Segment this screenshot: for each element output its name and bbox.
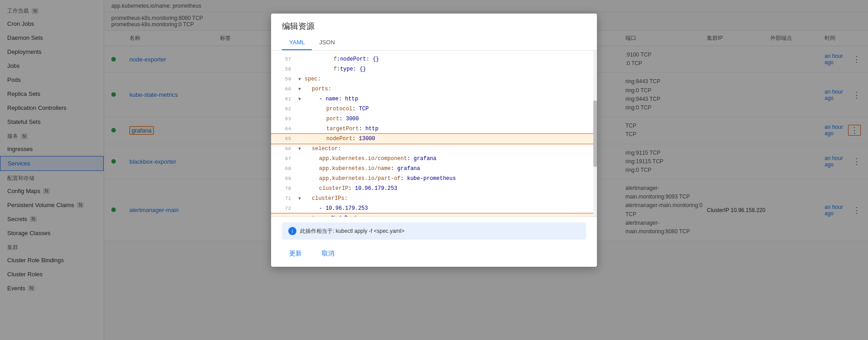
line-toggle[interactable]: ▼ <box>296 195 303 203</box>
code-content: targetPort: http <box>305 124 593 133</box>
line-toggle[interactable]: ▼ <box>296 85 303 93</box>
line-number: 65 <box>275 135 291 143</box>
app-layout: 工作负载NCron JobsDaemon SetsDeploymentsJobs… <box>0 0 868 340</box>
code-content: clusterIPs: <box>305 194 593 203</box>
code-line: 68app.kubernetes.io/name: grafana <box>271 164 597 174</box>
line-number: 67 <box>275 155 291 163</box>
code-line: 64targetPort: http <box>271 124 597 134</box>
code-line: 58f:type: {} <box>271 64 597 74</box>
code-content: type: NodePort <box>305 214 593 217</box>
code-line: 62protocol: TCP <box>271 104 597 114</box>
line-number: 72 <box>275 204 291 213</box>
edit-resource-modal: 编辑资源 YAML JSON 57f:nodePort: {}58f:type:… <box>271 14 597 267</box>
code-content: ports: <box>305 85 593 94</box>
line-toggle[interactable]: ▼ <box>296 95 303 103</box>
line-number: 60 <box>275 85 291 94</box>
cancel-button[interactable]: 取消 <box>315 246 342 261</box>
modal-title: 编辑资源 <box>271 14 597 35</box>
line-number: 68 <box>275 165 291 173</box>
code-line: 69app.kubernetes.io/part-of: kube-promet… <box>271 174 597 184</box>
code-line: 65nodePort: 13000 <box>271 134 597 144</box>
line-toggle[interactable]: ▼ <box>296 76 303 83</box>
code-line: 73type: NodePort <box>271 213 597 217</box>
code-line: 66▼selector: <box>271 144 597 154</box>
line-number: 70 <box>275 184 291 193</box>
line-number: 63 <box>275 115 291 123</box>
modal-tabs: YAML JSON <box>271 35 597 51</box>
code-editor-area: 57f:nodePort: {}58f:type: {}59▼spec:60▼p… <box>271 51 597 217</box>
code-content: spec: <box>305 75 593 84</box>
code-line: 70clusterIP: 10.96.179.253 <box>271 184 597 194</box>
tab-json[interactable]: JSON <box>312 35 342 50</box>
line-number: 71 <box>275 194 291 203</box>
code-content: app.kubernetes.io/component: grafana <box>305 154 593 163</box>
info-bar: i 此操作相当于: kubectl apply -f <spec.yaml> <box>282 222 586 240</box>
line-number: 59 <box>275 75 291 84</box>
line-number: 61 <box>275 95 291 104</box>
code-line: 59▼spec: <box>271 74 597 84</box>
scrollbar-thumb[interactable] <box>593 100 597 167</box>
line-number: 62 <box>275 105 291 113</box>
code-line: 61▼- name: http <box>271 94 597 104</box>
code-line: 60▼ports: <box>271 84 597 94</box>
modal-actions: 更新 取消 <box>282 246 586 261</box>
line-number: 64 <box>275 125 291 133</box>
code-line: 72- 10.96.179.253 <box>271 203 597 213</box>
code-line: 57f:nodePort: {} <box>271 54 597 64</box>
modal-footer: i 此操作相当于: kubectl apply -f <spec.yaml> 更… <box>271 217 597 267</box>
code-content: f:type: {} <box>305 65 593 74</box>
code-line: 63port: 3000 <box>271 114 597 124</box>
code-content: app.kubernetes.io/part-of: kube-promethe… <box>305 174 593 183</box>
line-number: 69 <box>275 175 291 183</box>
update-button[interactable]: 更新 <box>282 246 309 261</box>
code-line: 71▼clusterIPs: <box>271 194 597 203</box>
code-content: app.kubernetes.io/name: grafana <box>305 164 593 173</box>
modal-overlay: 编辑资源 YAML JSON 57f:nodePort: {}58f:type:… <box>0 0 868 340</box>
code-content: protocol: TCP <box>305 104 593 113</box>
info-icon: i <box>288 227 296 235</box>
line-number: 73 <box>275 214 291 217</box>
line-toggle[interactable]: ▼ <box>296 145 303 153</box>
code-content: selector: <box>305 144 593 153</box>
code-content: - 10.96.179.253 <box>305 204 593 213</box>
code-content: clusterIP: 10.96.179.253 <box>305 184 593 193</box>
line-number: 66 <box>275 145 291 153</box>
line-number: 57 <box>275 55 291 64</box>
code-line: 67app.kubernetes.io/component: grafana <box>271 154 597 164</box>
tab-yaml[interactable]: YAML <box>282 35 312 50</box>
code-content: - name: http <box>305 94 593 104</box>
code-editor: 57f:nodePort: {}58f:type: {}59▼spec:60▼p… <box>271 51 597 217</box>
code-content: port: 3000 <box>305 114 593 123</box>
scrollbar-track[interactable] <box>593 51 597 217</box>
line-number: 58 <box>275 65 291 74</box>
info-text: 此操作相当于: kubectl apply -f <spec.yaml> <box>300 227 405 235</box>
code-content: f:nodePort: {} <box>305 55 593 64</box>
code-content: nodePort: 13000 <box>305 134 593 143</box>
